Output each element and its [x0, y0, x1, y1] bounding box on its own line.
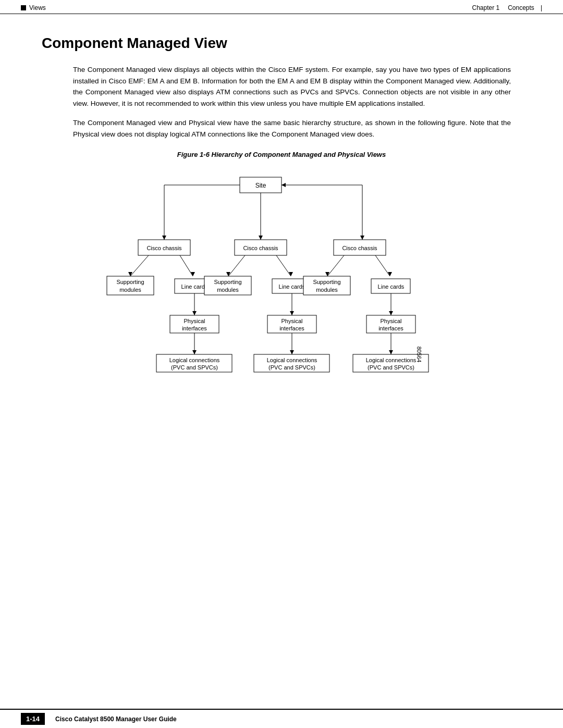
svg-line-17	[130, 255, 149, 276]
svg-text:Logical connections: Logical connections	[267, 357, 317, 363]
svg-text:Physical: Physical	[381, 318, 402, 324]
svg-line-57	[375, 255, 390, 276]
svg-text:Logical connections: Logical connections	[366, 357, 417, 363]
main-content: Component Managed View The Component Man…	[0, 14, 563, 709]
svg-line-38	[276, 255, 291, 276]
svg-text:Cisco chassis: Cisco chassis	[342, 245, 377, 251]
figure-caption: Figure 1-6 Hierarchy of Component Manage…	[42, 151, 521, 158]
svg-text:(PVC and SPVCs): (PVC and SPVCs)	[368, 364, 414, 371]
svg-text:Physical: Physical	[282, 318, 303, 324]
svg-marker-4	[162, 236, 166, 240]
svg-marker-65	[389, 311, 393, 315]
svg-text:(PVC and SPVCs): (PVC and SPVCs)	[268, 364, 315, 371]
svg-text:80564: 80564	[416, 346, 422, 362]
svg-line-36	[228, 255, 245, 276]
diagram-container: Site Cisco chassis Cisco c	[42, 167, 521, 427]
svg-text:interfaces: interfaces	[279, 325, 304, 331]
svg-text:interfaces: interfaces	[378, 325, 403, 331]
svg-text:Supporting: Supporting	[116, 279, 144, 285]
page-container: Views Chapter 1 Concepts | Component Man…	[0, 0, 563, 728]
svg-text:Physical: Physical	[184, 318, 205, 324]
footer-title: Cisco Catalyst 8500 Manager User Guide	[55, 715, 177, 723]
svg-text:modules: modules	[119, 287, 141, 293]
header-bar: Views Chapter 1 Concepts |	[0, 0, 563, 14]
section-label: Concepts	[508, 4, 534, 11]
footer: 1-14 Cisco Catalyst 8500 Manager User Gu…	[0, 709, 563, 728]
hierarchy-diagram: Site Cisco chassis Cisco c	[68, 167, 495, 427]
svg-marker-6	[259, 236, 263, 240]
svg-text:Logical connections: Logical connections	[169, 357, 220, 363]
svg-marker-70	[389, 350, 393, 354]
svg-text:Line cards: Line cards	[378, 283, 405, 290]
svg-text:(PVC and SPVCs): (PVC and SPVCs)	[171, 364, 218, 371]
svg-marker-9	[360, 236, 364, 240]
svg-text:modules: modules	[316, 287, 338, 293]
svg-marker-18	[128, 272, 132, 276]
svg-text:Line cards: Line cards	[279, 283, 305, 290]
page-number: 1-14	[21, 713, 45, 725]
svg-marker-32	[192, 350, 197, 354]
svg-text:Supporting: Supporting	[313, 279, 340, 285]
svg-line-55	[327, 255, 344, 276]
page-title: Component Managed View	[42, 35, 521, 52]
views-label: Views	[29, 4, 46, 11]
svg-text:Site: Site	[255, 182, 266, 189]
svg-line-19	[180, 255, 193, 276]
paragraph1: The Component Managed view displays all …	[73, 64, 511, 109]
svg-text:interfaces: interfaces	[182, 325, 207, 331]
svg-marker-27	[192, 311, 197, 315]
svg-text:Cisco chassis: Cisco chassis	[146, 245, 182, 251]
svg-marker-10	[282, 183, 286, 187]
svg-text:modules: modules	[217, 287, 239, 293]
svg-text:Supporting: Supporting	[214, 279, 241, 285]
header-right-bar: |	[541, 4, 542, 11]
header-square-icon	[21, 5, 26, 10]
paragraph2: The Component Managed view and Physical …	[73, 117, 511, 140]
svg-text:Line cards: Line cards	[181, 283, 208, 290]
svg-marker-51	[290, 350, 294, 354]
chapter-label: Chapter 1	[472, 4, 499, 11]
svg-marker-46	[290, 311, 294, 315]
svg-text:Cisco chassis: Cisco chassis	[243, 245, 278, 251]
